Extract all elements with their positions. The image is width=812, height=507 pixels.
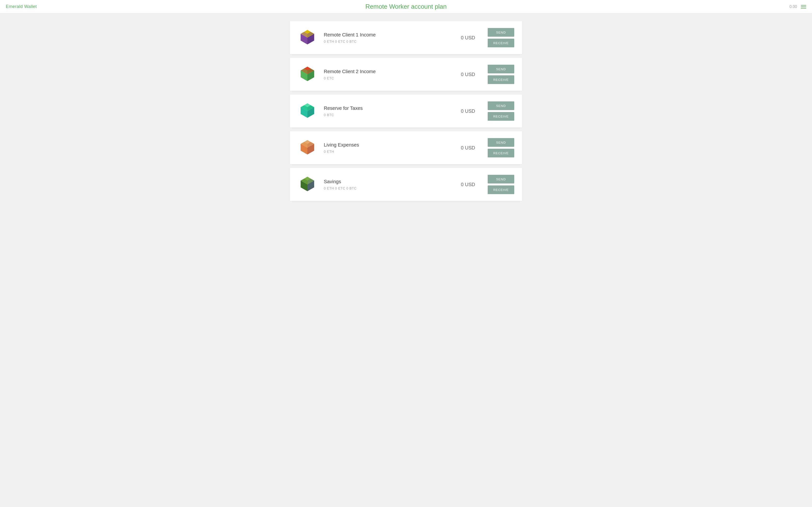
account-actions-reserve-for-taxes: SEND RECEIVE (488, 101, 514, 121)
account-balance-savings: 0 USD (451, 182, 475, 187)
account-name-remote-client-2: Remote Client 2 Income (324, 69, 444, 74)
send-button-savings[interactable]: SEND (488, 175, 514, 183)
account-actions-remote-client-2: SEND RECEIVE (488, 65, 514, 84)
menu-icon[interactable] (801, 5, 806, 8)
receive-button-living-expenses[interactable]: RECEIVE (488, 149, 514, 157)
app-header: Emerald Wallet Remote Worker account pla… (0, 0, 812, 13)
send-button-reserve-for-taxes[interactable]: SEND (488, 101, 514, 110)
receive-button-remote-client-2[interactable]: RECEIVE (488, 75, 514, 84)
account-avatar-reserve-for-taxes (298, 101, 317, 121)
account-actions-remote-client-1: SEND RECEIVE (488, 28, 514, 47)
account-info-savings: Savings 0 ETH 0 ETC 0 BTC (324, 179, 444, 190)
account-info-reserve-for-taxes: Reserve for Taxes 0 BTC (324, 106, 444, 117)
account-actions-living-expenses: SEND RECEIVE (488, 138, 514, 157)
account-avatar-remote-client-2 (298, 65, 317, 84)
account-info-remote-client-1: Remote Client 1 Income 0 ETH 0 ETC 0 BTC (324, 32, 444, 44)
account-currencies-savings: 0 ETH 0 ETC 0 BTC (324, 186, 444, 190)
account-balance-living-expenses: 0 USD (451, 145, 475, 151)
account-card-remote-client-1: Remote Client 1 Income 0 ETH 0 ETC 0 BTC… (290, 21, 522, 54)
account-info-remote-client-2: Remote Client 2 Income 0 ETC (324, 69, 444, 80)
receive-button-reserve-for-taxes[interactable]: RECEIVE (488, 112, 514, 121)
page-title: Remote Worker account plan (365, 3, 447, 10)
account-currencies-living-expenses: 0 ETH (324, 150, 444, 154)
account-avatar-living-expenses (298, 138, 317, 157)
account-balance-remote-client-1: 0 USD (451, 35, 475, 41)
account-card-remote-client-2: Remote Client 2 Income 0 ETC 0 USD SEND … (290, 58, 522, 91)
account-currencies-remote-client-2: 0 ETC (324, 76, 444, 80)
account-currencies-remote-client-1: 0 ETH 0 ETC 0 BTC (324, 40, 444, 44)
send-button-remote-client-1[interactable]: SEND (488, 28, 514, 37)
header-right: 0.00 (790, 5, 806, 9)
account-balance-reserve-for-taxes: 0 USD (451, 108, 475, 114)
header-balance: 0.00 (790, 5, 797, 9)
account-card-living-expenses: Living Expenses 0 ETH 0 USD SEND RECEIVE (290, 131, 522, 164)
account-name-savings: Savings (324, 179, 444, 184)
account-name-reserve-for-taxes: Reserve for Taxes (324, 106, 444, 111)
account-list: Remote Client 1 Income 0 ETH 0 ETC 0 BTC… (290, 21, 522, 205)
account-name-living-expenses: Living Expenses (324, 142, 444, 148)
app-logo: Emerald Wallet (6, 4, 37, 9)
account-currencies-reserve-for-taxes: 0 BTC (324, 113, 444, 117)
account-info-living-expenses: Living Expenses 0 ETH (324, 142, 444, 154)
account-actions-savings: SEND RECEIVE (488, 175, 514, 194)
account-avatar-savings (298, 175, 317, 194)
account-card-reserve-for-taxes: Reserve for Taxes 0 BTC 0 USD SEND RECEI… (290, 95, 522, 127)
account-card-savings: Savings 0 ETH 0 ETC 0 BTC 0 USD SEND REC… (290, 168, 522, 201)
account-balance-remote-client-2: 0 USD (451, 72, 475, 77)
account-name-remote-client-1: Remote Client 1 Income (324, 32, 444, 38)
send-button-living-expenses[interactable]: SEND (488, 138, 514, 147)
account-avatar-remote-client-1 (298, 28, 317, 47)
receive-button-savings[interactable]: RECEIVE (488, 185, 514, 194)
send-button-remote-client-2[interactable]: SEND (488, 65, 514, 73)
receive-button-remote-client-1[interactable]: RECEIVE (488, 39, 514, 47)
